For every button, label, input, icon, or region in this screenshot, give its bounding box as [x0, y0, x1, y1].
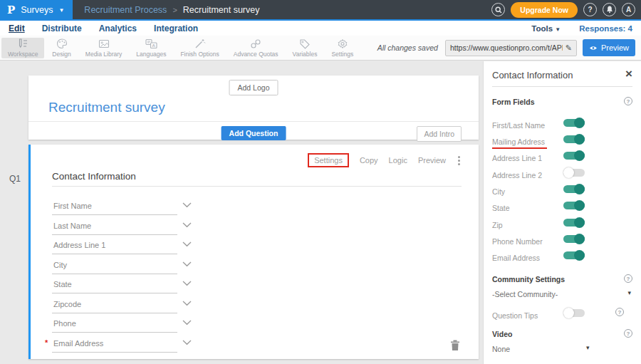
help-icon[interactable]: ? [624, 329, 632, 338]
tab-integration[interactable]: Integration [154, 24, 198, 33]
field-row-address-line-1: Address Line 1 [52, 238, 192, 258]
chevron-down-icon[interactable] [182, 340, 192, 345]
add-logo-button[interactable]: Add Logo [229, 80, 278, 95]
field-row-zipcode: Zipcode [52, 297, 192, 317]
form-fields-heading: Form Fields [492, 98, 535, 106]
toggle-city[interactable] [563, 185, 585, 193]
toolbar-item-advance-quotas[interactable]: Advance Quotas [227, 38, 285, 58]
toolbar-item-finish-options[interactable]: Finish Options [174, 38, 225, 58]
divider [52, 186, 462, 187]
field-row-state: State [52, 277, 192, 297]
toggle-state[interactable] [563, 202, 585, 209]
add-intro-button[interactable]: Add Intro [417, 126, 462, 142]
edit-url-pencil-icon[interactable]: ✎ [564, 43, 576, 53]
required-marker: * [45, 338, 48, 347]
question-logic-link[interactable]: Logic [389, 156, 407, 165]
help-icon[interactable]: ? [583, 3, 597, 16]
product-switcher[interactable]: P Surveys ▼ [0, 0, 73, 19]
responses-count[interactable]: Responses: 4 [579, 24, 632, 33]
divider [28, 121, 479, 122]
toggle-row-email-address: Email Address [492, 251, 632, 262]
toggle-row-mailing-address: Mailing Address [492, 135, 632, 146]
toggle-row-address-line-1: Address Line 1 [492, 151, 632, 162]
product-label: Surveys [21, 5, 53, 15]
image-icon [98, 38, 110, 49]
breadcrumb: Recruitment Process > Recruitment survey [84, 5, 259, 15]
toggle-email-address[interactable] [563, 251, 585, 259]
survey-header-card: Add Logo Recruitment survey Add Question… [28, 76, 479, 140]
search-icon[interactable] [491, 3, 505, 16]
add-question-button[interactable]: Add Question [222, 126, 286, 140]
toggle-phone-number[interactable] [563, 235, 585, 243]
question-number: Q1 [9, 174, 21, 184]
close-icon[interactable]: × [625, 67, 632, 81]
wand-icon [194, 38, 206, 49]
chevron-down-icon[interactable]: ▾ [586, 344, 590, 351]
notifications-bell-icon[interactable] [603, 3, 616, 16]
chevron-down-icon[interactable] [182, 301, 192, 306]
community-settings-heading: Community Settings [492, 275, 565, 284]
toolbar-item-settings[interactable]: Settings [325, 38, 360, 58]
gear-icon [337, 38, 348, 49]
preview-button[interactable]: Preview [583, 39, 635, 56]
toolbar-item-media-library[interactable]: Media Library [79, 38, 129, 58]
toggle-first-last-name[interactable] [563, 119, 585, 127]
survey-title[interactable]: Recruitment survey [48, 100, 165, 115]
toggle-address-line-1[interactable] [563, 152, 585, 160]
toggle-zip[interactable] [563, 219, 585, 227]
tab-distribute[interactable]: Distribute [42, 24, 82, 33]
community-select[interactable]: -Select Community- [492, 290, 558, 298]
tools-menu[interactable]: Tools ▼ [531, 24, 561, 33]
video-heading: Video [492, 330, 512, 338]
toggle-mailing-address[interactable] [563, 135, 585, 143]
question-title[interactable]: Contact Information [52, 171, 136, 182]
palette-icon [56, 38, 68, 49]
panel-title: Contact Information [492, 70, 573, 80]
delete-question-trash-icon[interactable] [450, 340, 460, 351]
field-row-last-name: Last Name [52, 219, 192, 239]
breadcrumb-parent[interactable]: Recruitment Process [84, 5, 167, 15]
eye-icon [589, 45, 598, 51]
kebab-menu-icon[interactable] [457, 155, 462, 167]
field-row-city: City [52, 258, 192, 278]
toggle-row-state: State [492, 201, 632, 212]
chevron-down-icon[interactable] [182, 261, 192, 267]
chevron-down-icon[interactable] [182, 320, 192, 326]
breadcrumb-current: Recruitment survey [183, 5, 260, 15]
breadcrumb-separator: > [172, 6, 177, 14]
tab-analytics[interactable]: Analytics [99, 24, 137, 33]
survey-subnav: Edit Distribute Analytics Integration To… [0, 21, 641, 36]
chevron-down-icon[interactable] [182, 241, 192, 247]
toggle-row-address-line-2: Address Line 2 [492, 168, 632, 180]
avatar[interactable]: A [622, 3, 635, 16]
video-select[interactable]: None [492, 345, 510, 353]
survey-url-box: ✎ [445, 40, 577, 56]
toggle-row-zip: Zip [492, 218, 632, 229]
toggle-row-phone-number: Phone Number [492, 234, 632, 246]
toolbar-item-design[interactable]: Design [46, 38, 77, 58]
field-row-email-address: Email Address [52, 336, 192, 356]
field-row-phone: Phone [52, 316, 192, 336]
question-settings-link[interactable]: Settings [308, 153, 349, 167]
svg-text:A: A [152, 43, 155, 48]
survey-url-input[interactable] [446, 43, 564, 52]
toggle-row-first-last-name: First/Last Name [492, 118, 632, 130]
toolbar-item-variables[interactable]: Variables [286, 38, 324, 58]
tab-edit[interactable]: Edit [9, 24, 25, 33]
question-card: Settings Copy Logic Preview Contact Info… [28, 145, 479, 359]
help-icon[interactable]: ? [624, 274, 632, 283]
chevron-down-icon[interactable]: ▾ [627, 289, 631, 296]
chevron-down-icon[interactable] [182, 202, 192, 208]
chevron-down-icon[interactable] [182, 281, 192, 286]
upgrade-now-button[interactable]: Upgrade Now [511, 2, 578, 18]
toggle-question-tips[interactable] [563, 309, 585, 317]
help-icon[interactable]: ? [615, 308, 624, 316]
toolbar-item-languages[interactable]: A Languages [130, 38, 172, 58]
help-icon[interactable]: ? [624, 97, 632, 105]
toggle-address-line-2[interactable] [563, 169, 585, 177]
question-copy-link[interactable]: Copy [360, 156, 378, 165]
chevron-down-icon[interactable] [182, 222, 192, 228]
toolbar-item-workspace[interactable]: Workspace [1, 38, 44, 58]
question-preview-link[interactable]: Preview [418, 156, 446, 165]
autosave-status: All changes saved [377, 43, 438, 52]
